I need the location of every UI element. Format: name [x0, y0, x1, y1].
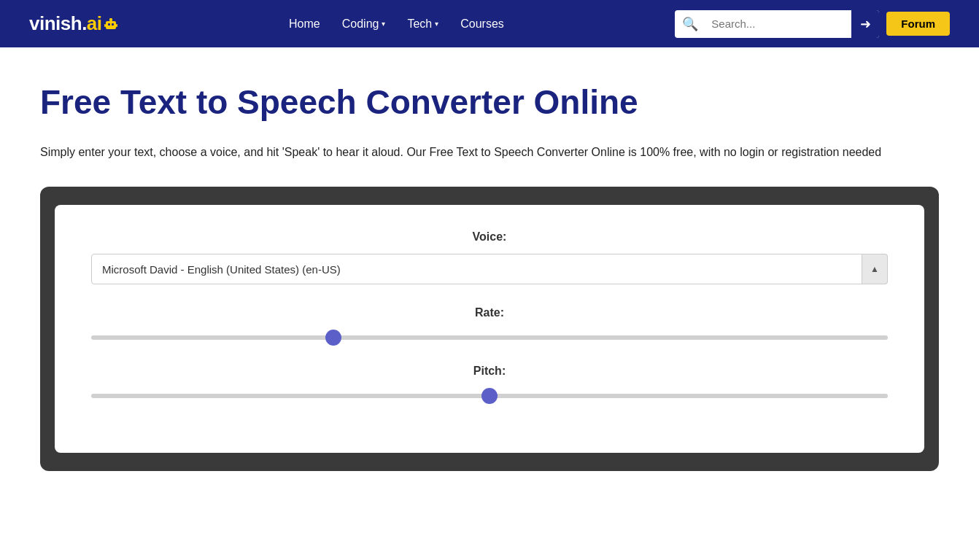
- tech-dropdown-arrow: ▾: [435, 20, 438, 28]
- coding-dropdown-arrow: ▾: [382, 20, 385, 28]
- nav-item-coding[interactable]: Coding ▾: [342, 18, 386, 31]
- pitch-slider[interactable]: [91, 394, 888, 398]
- nav-link-courses[interactable]: Courses: [460, 18, 504, 30]
- rate-label: Rate:: [91, 306, 888, 319]
- nav-item-courses[interactable]: Courses: [460, 18, 504, 31]
- logo-ai: ai: [87, 12, 102, 34]
- page-description: Simply enter your text, choose a voice, …: [40, 143, 930, 162]
- svg-rect-5: [104, 24, 106, 27]
- voice-section: Voice: Microsoft David - English (United…: [91, 230, 888, 284]
- rate-section: Rate:: [91, 306, 888, 343]
- logo-icon: [104, 17, 118, 31]
- navbar-right: 🔍 ➜ Forum: [675, 10, 950, 38]
- svg-rect-0: [106, 21, 116, 29]
- search-arrow-icon: ➜: [860, 16, 871, 32]
- page-title: Free Text to Speech Converter Online: [40, 84, 939, 121]
- tool-inner: Voice: Microsoft David - English (United…: [55, 205, 924, 453]
- svg-rect-2: [112, 23, 114, 26]
- nav-item-tech[interactable]: Tech ▾: [407, 18, 438, 31]
- nav-link-home[interactable]: Home: [289, 18, 320, 30]
- search-container: 🔍 ➜: [675, 10, 879, 38]
- nav-link-tech[interactable]: Tech: [407, 18, 432, 31]
- nav-list: Home Coding ▾ Tech ▾ Courses: [289, 18, 504, 31]
- search-submit-button[interactable]: ➜: [851, 10, 879, 38]
- search-icon-wrap: 🔍: [675, 16, 705, 32]
- search-icon: 🔍: [682, 16, 698, 32]
- forum-button[interactable]: Forum: [886, 12, 950, 36]
- rate-slider[interactable]: [91, 335, 888, 340]
- svg-rect-6: [116, 24, 117, 27]
- voice-select[interactable]: Microsoft David - English (United States…: [91, 254, 888, 284]
- logo-text: vinish.ai: [29, 12, 102, 35]
- navbar: vinish.ai Home Coding ▾ Tech ▾: [0, 0, 979, 47]
- logo[interactable]: vinish.ai: [29, 12, 118, 35]
- voice-label: Voice:: [91, 230, 888, 244]
- svg-rect-1: [108, 23, 110, 26]
- main-content: Free Text to Speech Converter Online Sim…: [0, 47, 979, 500]
- nav-link-coding[interactable]: Coding: [342, 18, 379, 31]
- search-input[interactable]: [705, 10, 851, 38]
- voice-select-container: Microsoft David - English (United States…: [91, 254, 888, 284]
- pitch-label: Pitch:: [91, 365, 888, 378]
- tool-outer: Voice: Microsoft David - English (United…: [40, 187, 939, 471]
- nav-item-home[interactable]: Home: [289, 18, 320, 31]
- pitch-section: Pitch:: [91, 365, 888, 401]
